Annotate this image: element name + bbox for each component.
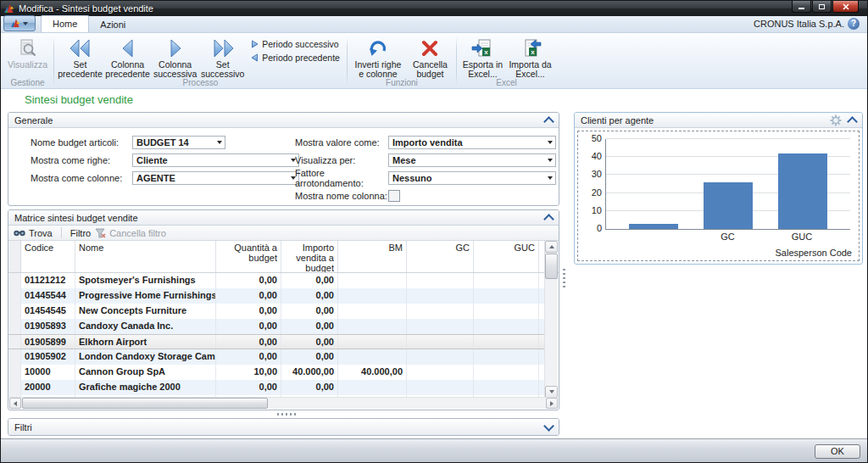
dropdown-arrow-icon[interactable] [217,141,222,147]
mostra-come-righe-combo[interactable]: Cliente [132,153,299,167]
table-cell[interactable]: 0,00 [216,288,281,304]
vertical-scroll-thumb[interactable] [545,254,558,279]
table-cell[interactable] [338,380,407,395]
expand-icon[interactable] [543,421,554,432]
chart-part-header[interactable]: Clienti per agente [575,113,862,128]
esporta-excel-button[interactable]: x Esporta in Excel... [460,35,505,79]
table-row[interactable]: 01905902London Candoxy Storage Campus0,0… [8,349,545,365]
table-cell[interactable]: 0,00 [216,335,281,349]
tab-home[interactable]: Home [41,15,89,32]
table-cell[interactable] [474,349,539,365]
table-cell[interactable] [474,335,539,349]
table-cell[interactable] [407,273,474,288]
fattore-arrotondamento-combo[interactable]: Nessuno [388,171,556,185]
scroll-up-button[interactable] [545,241,558,253]
column-header-quantita[interactable]: Quantità a budget [216,241,281,272]
table-cell[interactable]: 0,00 [216,273,281,288]
table-cell[interactable]: 0,00 [281,304,338,319]
minimize-button[interactable] [792,1,811,13]
row-selector[interactable] [8,365,21,380]
table-cell[interactable]: 0,00 [281,335,338,349]
table-cell[interactable]: 40.000,00 [338,365,407,380]
mostra-nome-colonna-checkbox[interactable] [388,190,400,202]
nome-budget-articoli-combo[interactable]: BUDGET 14 [132,136,225,149]
row-selector[interactable] [8,380,21,395]
tab-azioni[interactable]: Azioni [89,17,136,32]
importa-excel-button[interactable]: x Importa da Excel... [508,35,553,79]
table-cell[interactable]: 0,00 [281,380,338,395]
row-selector[interactable] [8,273,21,288]
collapse-icon[interactable] [543,116,554,127]
periodo-successivo-button[interactable]: Periodo successivo [251,39,340,49]
table-cell[interactable] [407,304,474,319]
horizontal-splitter[interactable] [277,413,296,416]
table-cell[interactable]: 01454545 [21,304,75,319]
table-cell[interactable]: London Candoxy Storage Campus [75,349,216,365]
table-cell[interactable]: 01905893 [21,319,75,334]
table-cell[interactable]: Cannon Group SpA [75,365,216,380]
table-cell[interactable] [474,304,539,319]
bar-chart[interactable]: 01020304050 GCGUC Salesperson Code [577,131,860,261]
help-icon[interactable]: ? [848,18,860,30]
matrix-fasttab-header[interactable]: Matrice sintesi budget vendite [8,210,559,226]
column-header-importo[interactable]: Importo vendita a budget [281,241,338,272]
table-row[interactable]: 01445544Progressive Home Furnishings0,00… [8,288,545,304]
horizontal-scrollbar[interactable] [9,397,558,409]
clear-filter-button[interactable]: Cancella filtro [95,228,166,238]
row-selector[interactable] [8,335,21,349]
table-row[interactable]: 01905899Elkhorn Airport0,000,00 [8,334,545,349]
table-cell[interactable] [407,380,474,395]
row-selector[interactable] [8,319,21,334]
table-cell[interactable]: 10000 [21,365,75,380]
table-cell[interactable] [407,349,474,365]
column-header-bm[interactable]: BM [338,241,407,272]
table-cell[interactable] [338,288,407,304]
find-button[interactable]: Trova [14,228,53,238]
table-cell[interactable]: 40.000,00 [281,365,338,380]
table-cell[interactable] [407,288,474,304]
table-cell[interactable]: 20000 [21,380,75,395]
vertical-splitter[interactable] [563,269,565,289]
inverti-righe-colonne-button[interactable]: Inverti righe e colonne [351,35,405,79]
table-cell[interactable] [407,365,474,380]
collapse-icon[interactable] [543,214,554,225]
general-fasttab-header[interactable]: Generale [8,113,559,128]
table-cell[interactable] [474,365,539,380]
table-cell[interactable] [474,380,539,395]
table-cell[interactable]: Spotsmeyer's Furnishings [75,273,216,288]
colonna-precedente-button[interactable]: Colonna precedente [105,35,150,79]
table-cell[interactable]: Grafiche magiche 2000 [75,380,216,395]
table-cell[interactable] [407,335,474,349]
row-selector[interactable] [8,349,21,365]
visualizza-button[interactable]: Visualizza [5,35,50,70]
ok-button[interactable]: OK [815,444,860,459]
filter-button[interactable]: Filtro [70,228,91,238]
mostra-valore-come-combo[interactable]: Importo vendita [388,136,556,149]
table-cell[interactable] [338,335,407,349]
table-cell[interactable]: 0,00 [216,380,281,395]
column-header-nome[interactable]: Nome [75,241,216,272]
vertical-scrollbar[interactable] [544,241,558,398]
column-header-codice[interactable]: Codice [21,241,75,272]
table-cell[interactable] [474,288,539,304]
table-cell[interactable]: 10,00 [216,365,281,380]
table-row[interactable]: 20000Grafiche magiche 20000,000,00 [8,380,545,395]
table-row[interactable]: 01121212Spotsmeyer's Furnishings0,000,00 [8,273,545,288]
table-row[interactable]: 10000Cannon Group SpA10,0040.000,0040.00… [8,365,545,380]
set-precedente-button[interactable]: Set precedente [58,35,103,79]
row-selector[interactable] [8,304,21,319]
row-selector[interactable] [8,288,21,304]
table-cell[interactable]: 01905902 [21,349,75,365]
table-cell[interactable]: 0,00 [281,319,338,334]
table-cell[interactable]: 0,00 [216,349,281,365]
scroll-left-button[interactable] [9,398,21,409]
gear-icon[interactable] [830,114,842,126]
column-header-gc[interactable]: GC [407,241,474,272]
dropdown-arrow-icon[interactable] [548,176,553,182]
table-cell[interactable] [474,319,539,334]
close-button[interactable] [832,1,859,13]
scroll-down-button[interactable] [545,386,558,398]
table-cell[interactable]: 0,00 [281,349,338,365]
mostra-come-colonne-combo[interactable]: AGENTE [132,171,299,185]
table-cell[interactable] [338,304,407,319]
